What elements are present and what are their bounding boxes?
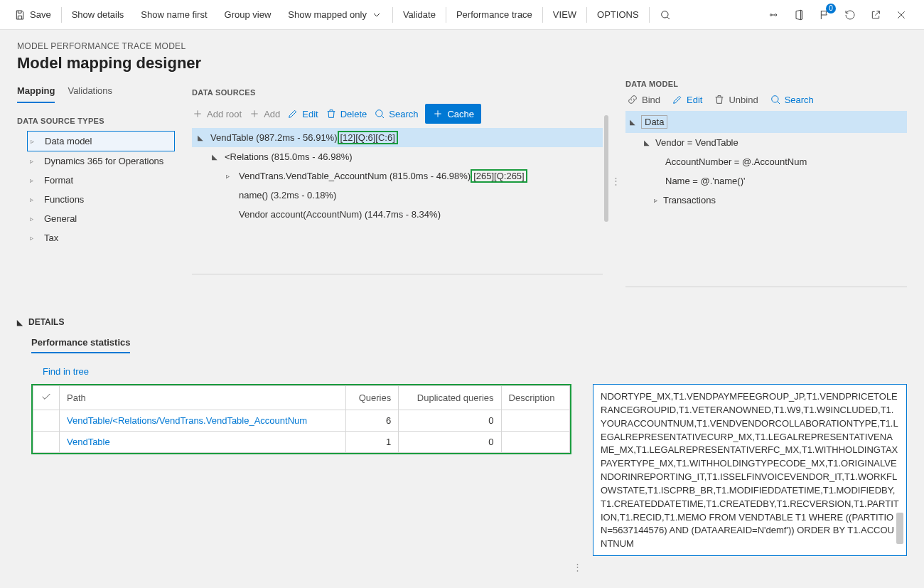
tab-validations[interactable]: Validations <box>68 80 112 103</box>
cell-select[interactable] <box>33 410 60 432</box>
options-menu[interactable]: OPTIONS <box>589 0 648 29</box>
delete-button[interactable]: Delete <box>326 108 367 119</box>
col-queries[interactable]: Queries <box>345 386 399 410</box>
cache-button[interactable]: Cache <box>425 104 481 124</box>
tree-row-name[interactable]: name() (3.2ms - 0.18%) <box>192 186 603 205</box>
search-toolbar-button[interactable] <box>651 0 679 29</box>
col-dup[interactable]: Duplicated queries <box>399 386 501 410</box>
column-divider <box>625 287 907 287</box>
tree-row-vendtable[interactable]: ◣ VendTable (987.2ms - 56.91%)[12][Q:6][… <box>192 128 603 147</box>
left-column: Mapping Validations DATA SOURCE TYPES ▹D… <box>17 73 188 314</box>
dm-row-accountnumber[interactable]: AccountNumber = @.AccountNum <box>625 152 907 171</box>
find-in-tree-link[interactable]: Find in tree <box>43 366 89 377</box>
caret-down-icon[interactable]: ◣ <box>630 118 635 126</box>
tree-row-vendor-account[interactable]: Vendor account(AccountNum) (144.7ms - 8.… <box>192 205 603 224</box>
col-select[interactable] <box>33 386 60 410</box>
chevron-down-icon <box>371 9 382 21</box>
details-header[interactable]: ◣ DETAILS <box>17 317 907 327</box>
ds-type-general[interactable]: ▹General <box>27 209 175 228</box>
table-row[interactable]: VendTable/<Relations/VendTrans.VendTable… <box>33 410 570 432</box>
add-root-button[interactable]: Add root <box>192 108 242 119</box>
ds-type-tax[interactable]: ▹Tax <box>27 228 175 247</box>
sql-preview[interactable]: NDORTYPE_MX,T1.VENDPAYMFEEGROUP_JP,T1.VE… <box>593 384 907 556</box>
col-path[interactable]: Path <box>60 386 346 410</box>
link-icon <box>627 94 638 105</box>
refresh-icon <box>844 9 856 21</box>
breadcrumb: MODEL PERFORMANCE TRACE MODEL <box>17 41 907 51</box>
show-mapped-only-dropdown[interactable]: Show mapped only <box>279 0 391 29</box>
cell-queries: 1 <box>345 432 399 453</box>
options-label: OPTIONS <box>597 9 639 20</box>
caret-down-icon[interactable]: ◣ <box>644 139 650 146</box>
trash-icon <box>714 94 725 105</box>
toolbar-right: 0 <box>763 5 918 25</box>
main-columns: Mapping Validations DATA SOURCE TYPES ▹D… <box>0 73 924 314</box>
save-button[interactable]: Save <box>6 0 60 29</box>
bind-button[interactable]: Bind <box>627 94 660 105</box>
toolbar-separator <box>586 7 587 23</box>
resize-handle-icon[interactable]: ⋮ <box>571 560 580 574</box>
data-model-actions: Bind Edit Unbind Search <box>627 94 907 105</box>
view-menu[interactable]: VIEW <box>544 0 585 29</box>
show-details-button[interactable]: Show details <box>63 0 133 29</box>
expand-icon: ▹ <box>30 234 37 242</box>
pencil-icon <box>287 108 299 119</box>
expand-icon: ▹ <box>30 215 37 223</box>
ds-type-functions[interactable]: ▹Functions <box>27 190 175 209</box>
add-button[interactable]: Add <box>249 108 280 119</box>
search-button[interactable]: Search <box>374 108 418 119</box>
caret-right-icon[interactable]: ▹ <box>226 172 233 180</box>
ds-type-d365[interactable]: ▹Dynamics 365 for Operations <box>27 151 175 171</box>
dm-row-transactions[interactable]: ▹ Transactions <box>625 191 907 210</box>
table-row[interactable]: VendTable 1 0 <box>33 432 570 453</box>
close-button[interactable] <box>891 5 911 25</box>
ds-type-data-model[interactable]: ▹Data model <box>27 131 175 151</box>
details-section: ◣ DETAILS Performance statistics Find in… <box>0 317 924 581</box>
edit-button[interactable]: Edit <box>287 108 318 119</box>
popout-button[interactable] <box>866 5 886 25</box>
validate-button[interactable]: Validate <box>394 0 444 29</box>
scrollbar[interactable] <box>604 115 608 222</box>
page-title: Model mapping designer <box>17 54 907 73</box>
toolbar-separator <box>61 7 62 23</box>
ds-type-label: Functions <box>44 194 84 205</box>
refresh-button[interactable] <box>840 5 860 25</box>
validate-label: Validate <box>403 9 436 20</box>
dm-edit-button[interactable]: Edit <box>672 94 702 105</box>
tab-performance-statistics[interactable]: Performance statistics <box>31 333 130 353</box>
tab-mapping[interactable]: Mapping <box>17 80 55 103</box>
tree-label: name() (3.2ms - 0.18%) <box>239 190 336 201</box>
cell-path[interactable]: VendTable/<Relations/VendTrans.VendTable… <box>60 410 346 432</box>
connector-icon[interactable] <box>763 5 783 25</box>
caret-down-icon: ◣ <box>17 319 23 326</box>
cell-path[interactable]: VendTable <box>60 432 346 453</box>
performance-trace-button[interactable]: Performance trace <box>448 0 541 29</box>
dm-search-button[interactable]: Search <box>770 94 814 105</box>
group-view-label: Group view <box>225 9 272 20</box>
caret-right-icon[interactable]: ▹ <box>654 196 657 204</box>
tree-label: VendTable (987.2ms - 56.91%)[12][Q:6][C:… <box>210 132 398 143</box>
caret-down-icon[interactable]: ◣ <box>212 153 219 161</box>
search-label: Search <box>389 109 418 119</box>
notifications-button[interactable]: 0 <box>815 5 834 25</box>
dm-row-name[interactable]: Name = @.'name()' <box>625 171 907 191</box>
save-label: Save <box>30 9 51 20</box>
ds-type-label: Tax <box>44 232 58 243</box>
caret-down-icon[interactable]: ◣ <box>198 134 205 141</box>
drag-handle-icon[interactable]: ⋮ <box>610 174 618 188</box>
tree-row-vendtrans[interactable]: ▹ VendTrans.VendTable_AccountNum (815.0m… <box>192 166 603 186</box>
ds-type-format[interactable]: ▹Format <box>27 171 175 190</box>
col-desc[interactable]: Description <box>501 386 569 410</box>
unbind-button[interactable]: Unbind <box>714 94 758 105</box>
dm-row-vendor[interactable]: ◣ Vendor = VendTable <box>625 133 907 152</box>
svg-point-0 <box>661 11 667 17</box>
cell-select[interactable] <box>33 432 60 453</box>
add-root-label: Add root <box>207 109 242 119</box>
cell-dup: 0 <box>399 432 501 453</box>
group-view-button[interactable]: Group view <box>216 0 280 29</box>
dm-row-data[interactable]: ◣ Data <box>625 111 907 133</box>
tree-row-relations[interactable]: ◣ <Relations (815.0ms - 46.98%) <box>192 147 603 166</box>
office-icon[interactable] <box>789 5 809 25</box>
show-name-first-button[interactable]: Show name first <box>132 0 215 29</box>
scrollbar[interactable] <box>896 513 903 544</box>
